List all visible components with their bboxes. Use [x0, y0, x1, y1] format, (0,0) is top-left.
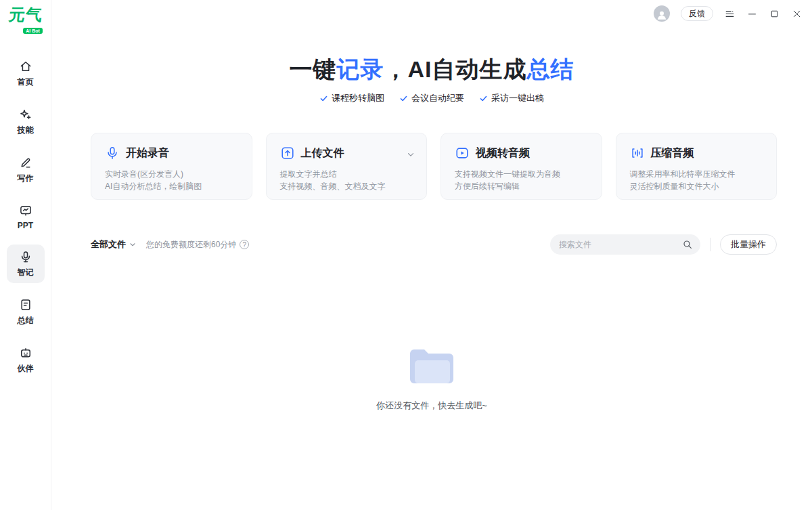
sidebar-item-label: PPT	[18, 221, 33, 230]
sidebar-item-smart-notes[interactable]: 智记	[7, 245, 45, 283]
compress-audio-icon	[630, 146, 645, 161]
sidebar-nav: 首页 技能 写作 PPT 智记	[7, 54, 45, 389]
video-to-audio-card[interactable]: 视频转音频 支持视频文件一键提取为音频 方便后续转写编辑	[441, 133, 602, 200]
batch-operation-button[interactable]: 批量操作	[720, 234, 777, 255]
card-desc-line: 灵活控制质量和文件大小	[630, 180, 765, 192]
feedback-button[interactable]: 反馈	[681, 6, 713, 21]
ppt-icon	[19, 204, 32, 217]
card-desc-line: 方便后续转写编辑	[455, 180, 589, 192]
sidebar-item-label: 总结	[18, 315, 34, 326]
microphone-icon	[105, 146, 120, 161]
search-box	[550, 234, 700, 255]
feature-label: 课程秒转脑图	[332, 92, 384, 104]
title-segment-highlight: 总结	[527, 56, 574, 82]
companion-icon	[19, 346, 32, 360]
maximize-button[interactable]	[769, 8, 780, 20]
video-icon	[455, 146, 470, 161]
chevron-down-icon	[129, 240, 137, 249]
compress-audio-card[interactable]: 压缩音频 调整采用率和比特率压缩文件 灵活控制质量和文件大小	[616, 133, 777, 200]
file-filter-dropdown[interactable]: 全部文件	[91, 238, 137, 251]
divider	[710, 238, 710, 251]
feature-item: 课程秒转脑图	[319, 92, 384, 104]
titlebar: 反馈	[654, 4, 803, 23]
summary-icon	[19, 298, 32, 312]
minimize-button[interactable]	[746, 8, 758, 20]
empty-folder-icon	[407, 347, 456, 389]
sidebar: 元气 AI Bot 首页 技能 写作 PPT	[0, 0, 51, 510]
free-quota-text: 您的免费额度还剩60分钟 ?	[146, 239, 249, 251]
sidebar-item-label: 伙伴	[18, 363, 34, 375]
sidebar-item-label: 写作	[18, 173, 34, 184]
check-icon	[399, 94, 408, 103]
logo-text: 元气	[7, 7, 43, 23]
user-avatar[interactable]	[654, 5, 670, 22]
card-title: 压缩音频	[651, 146, 694, 161]
main-content: 反馈 一键记录，AI自动生成总结 课程秒转脑图 会议自动纪要 采访一键出稿	[51, 0, 812, 510]
search-input[interactable]	[550, 234, 700, 255]
sidebar-item-label: 技能	[18, 125, 34, 136]
upload-file-card[interactable]: 上传文件 提取文字并总结 支持视频、音频、文档及文字	[266, 133, 428, 200]
start-recording-card[interactable]: 开始录音 实时录音(区分发言人) AI自动分析总结，绘制脑图	[91, 133, 252, 200]
upload-icon	[280, 146, 295, 161]
file-toolbar: 全部文件 您的免费额度还剩60分钟 ? 批量操作	[91, 234, 777, 255]
card-desc-line: 提取文字并总结	[280, 168, 415, 180]
voice-notes-icon	[19, 250, 32, 263]
sidebar-item-ppt[interactable]: PPT	[7, 198, 45, 235]
title-segment: 一键	[290, 56, 337, 82]
card-desc-line: 支持视频、音频、文档及文字	[280, 180, 415, 192]
sidebar-item-home[interactable]: 首页	[7, 54, 45, 93]
skills-icon	[19, 108, 32, 121]
empty-state-message: 你还没有文件，快去生成吧~	[51, 400, 812, 412]
logo-badge: AI Bot	[23, 28, 43, 34]
sidebar-item-label: 首页	[18, 77, 34, 88]
card-desc-line: AI自动分析总结，绘制脑图	[105, 180, 240, 192]
card-desc-line: 支持视频文件一键提取为音频	[455, 168, 589, 180]
file-filter-label: 全部文件	[91, 238, 126, 251]
feature-item: 会议自动纪要	[399, 92, 464, 104]
feature-item: 采访一键出稿	[479, 92, 544, 104]
sidebar-item-label: 智记	[18, 267, 34, 278]
help-icon[interactable]: ?	[240, 240, 249, 249]
sidebar-item-writing[interactable]: 写作	[7, 150, 45, 189]
check-icon	[319, 94, 328, 103]
title-segment: ，AI自动生成	[384, 56, 527, 82]
card-desc-line: 调整采用率和比特率压缩文件	[630, 168, 765, 180]
search-icon[interactable]	[682, 239, 693, 250]
close-button[interactable]	[791, 8, 803, 20]
home-icon	[19, 60, 32, 73]
title-segment-highlight: 记录	[337, 56, 384, 82]
list-menu-icon[interactable]	[724, 8, 736, 20]
card-desc-line: 实时录音(区分发言人)	[105, 168, 240, 180]
empty-state: 你还没有文件，快去生成吧~	[51, 347, 812, 412]
feature-list: 课程秒转脑图 会议自动纪要 采访一键出稿	[51, 92, 812, 104]
writing-icon	[19, 156, 32, 169]
card-title: 开始录音	[126, 146, 169, 161]
feature-label: 采访一键出稿	[491, 92, 544, 104]
action-cards: 开始录音 实时录音(区分发言人) AI自动分析总结，绘制脑图 上传文件 提取文字…	[91, 133, 777, 200]
card-title: 上传文件	[301, 146, 344, 161]
app-logo: 元气 AI Bot	[5, 7, 46, 35]
page-title: 一键记录，AI自动生成总结	[51, 54, 812, 85]
sidebar-item-summary[interactable]: 总结	[7, 293, 45, 331]
feature-label: 会议自动纪要	[411, 92, 464, 104]
sidebar-item-skills[interactable]: 技能	[7, 102, 45, 141]
card-title: 视频转音频	[476, 146, 530, 161]
sidebar-item-companion[interactable]: 伙伴	[7, 341, 45, 379]
chevron-down-icon[interactable]	[406, 150, 415, 159]
check-icon	[479, 94, 488, 103]
